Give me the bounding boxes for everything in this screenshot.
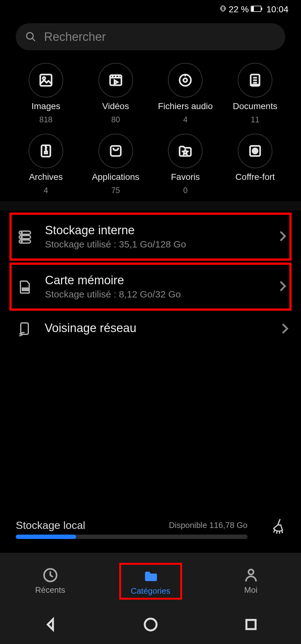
storage-subtitle: Stockage utilisé : 8,12 Go/32 Go: [45, 289, 268, 300]
overview-button[interactable]: [243, 617, 259, 634]
search-input[interactable]: Rechercher: [16, 23, 285, 50]
storage-progress-fill: [16, 535, 76, 539]
category-count: 4: [44, 186, 48, 195]
storage-list: Stockage interne Stockage utilisé : 35,1…: [0, 213, 301, 346]
svg-point-5: [27, 33, 33, 39]
svg-rect-15: [250, 146, 260, 156]
network-device-icon: [16, 322, 33, 337]
favorite-icon: [178, 143, 193, 158]
storage-sdcard[interactable]: Carte mémoire Stockage utilisé : 8,12 Go…: [9, 263, 292, 311]
nav-categories[interactable]: Catégories: [119, 563, 182, 600]
svg-point-10: [183, 78, 187, 82]
storage-internal[interactable]: Stockage interne Stockage utilisé : 35,1…: [9, 213, 292, 261]
image-icon: [38, 73, 53, 88]
category-applications[interactable]: Applications 75: [82, 134, 149, 195]
svg-rect-3: [251, 6, 254, 11]
category-count: 80: [111, 115, 120, 124]
vibrate-icon: [219, 4, 227, 14]
apps-icon: [108, 143, 123, 158]
audio-icon: [178, 73, 193, 88]
category-archives[interactable]: Archives 4: [13, 134, 79, 195]
battery-icon: [251, 4, 263, 14]
category-count: 11: [251, 115, 259, 124]
status-bar: 22 % 10:04: [0, 0, 301, 19]
storage-progress-bar: [16, 535, 248, 539]
category-label: Archives: [29, 172, 63, 182]
nav-label: Moi: [244, 585, 258, 595]
storage-network[interactable]: Voisinage réseau: [0, 313, 301, 346]
safe-icon: [248, 143, 263, 158]
storage-title: Voisinage réseau: [45, 321, 270, 335]
local-storage-title: Stockage local: [16, 519, 85, 531]
category-grid: Images 818 Vidéos 80 Fichiers audio 4 Do…: [0, 53, 301, 201]
archive-icon: [38, 143, 53, 158]
svg-point-16: [253, 148, 258, 153]
category-label: Fichiers audio: [158, 101, 213, 111]
nav-me[interactable]: Moi: [220, 568, 282, 595]
category-label: Images: [31, 101, 60, 111]
storage-subtitle: Stockage utilisé : 35,1 Go/128 Go: [45, 239, 268, 250]
nav-recent[interactable]: Récents: [19, 568, 82, 595]
category-count: 4: [183, 115, 187, 124]
system-nav-bar: [0, 606, 301, 644]
search-icon: [25, 31, 36, 42]
category-videos[interactable]: Vidéos 80: [82, 63, 149, 124]
document-icon: [248, 73, 263, 88]
category-count: 818: [39, 115, 53, 124]
category-favorites[interactable]: Favoris 0: [152, 134, 219, 195]
category-label: Vidéos: [102, 101, 129, 111]
internal-storage-icon: [16, 229, 34, 244]
storage-title: Carte mémoire: [45, 274, 268, 287]
category-label: Coffre-fort: [235, 172, 275, 182]
category-count: 75: [111, 186, 120, 195]
svg-rect-26: [27, 288, 28, 291]
category-images[interactable]: Images 818: [13, 63, 79, 124]
clock-icon: [43, 568, 58, 583]
person-icon: [243, 568, 259, 583]
category-audio[interactable]: Fichiers audio 4: [152, 63, 219, 124]
category-count: 0: [183, 186, 187, 195]
search-placeholder: Rechercher: [44, 30, 106, 44]
svg-point-30: [145, 619, 157, 630]
category-documents[interactable]: Documents 11: [222, 63, 288, 124]
nav-label: Récents: [35, 585, 65, 595]
category-label: Applications: [92, 172, 139, 182]
chevron-right-icon: [281, 323, 288, 336]
chevron-right-icon: [279, 230, 286, 243]
svg-rect-24: [22, 288, 24, 291]
section-divider: [0, 201, 301, 211]
svg-point-29: [248, 569, 254, 575]
cleanup-button[interactable]: [271, 518, 286, 536]
folder-icon: [143, 569, 158, 584]
svg-rect-1: [222, 6, 224, 11]
svg-rect-25: [25, 288, 26, 291]
svg-rect-6: [40, 75, 52, 86]
home-button[interactable]: [143, 617, 159, 634]
svg-rect-13: [45, 152, 47, 153]
category-safe[interactable]: Coffre-fort: [222, 134, 288, 195]
nav-label: Catégories: [131, 586, 170, 596]
bottom-nav: Récents Catégories Moi: [0, 553, 301, 606]
svg-rect-31: [246, 620, 255, 629]
battery-percent: 22 %: [229, 4, 249, 14]
svg-rect-4: [261, 8, 262, 10]
svg-point-22: [21, 236, 22, 237]
svg-point-23: [21, 241, 22, 242]
local-storage-available: Disponible 116,78 Go: [169, 520, 248, 530]
video-icon: [108, 73, 123, 88]
storage-title: Stockage interne: [45, 224, 268, 237]
svg-point-21: [21, 232, 22, 233]
category-label: Documents: [233, 101, 277, 111]
category-label: Favoris: [171, 172, 200, 182]
sdcard-icon: [16, 279, 34, 294]
clock-time: 10:04: [266, 4, 288, 14]
back-button[interactable]: [42, 617, 58, 634]
svg-point-17: [254, 150, 256, 152]
chevron-right-icon: [279, 280, 286, 293]
local-storage-summary: Stockage local Disponible 116,78 Go: [0, 519, 263, 543]
